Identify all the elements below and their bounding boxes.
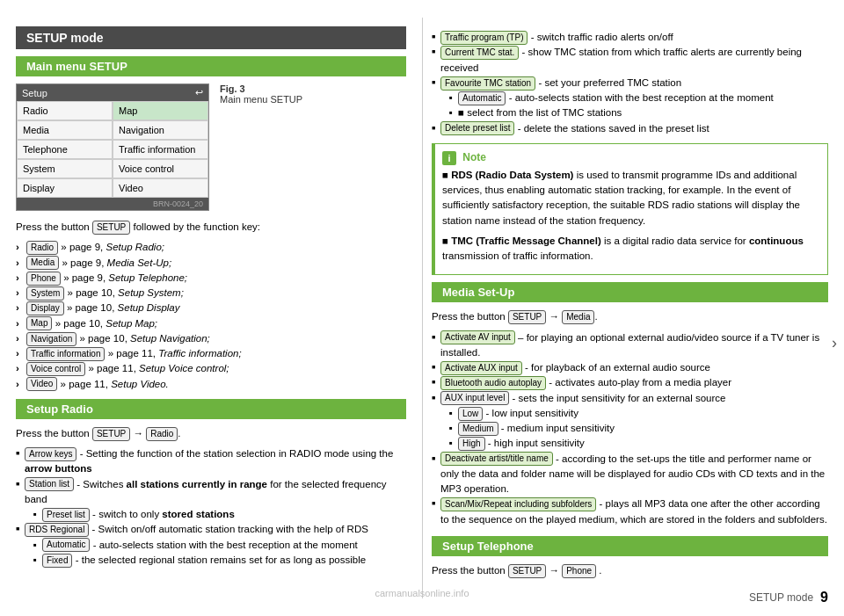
list-item: Current TMC stat. - show TMC station fro…: [432, 45, 828, 76]
navigation-btn[interactable]: Navigation: [26, 332, 76, 346]
display-btn[interactable]: Display: [26, 301, 64, 315]
list-item: Radio » page 9, Setup Radio;: [16, 240, 406, 255]
media-btn[interactable]: Media: [26, 256, 59, 270]
setup-menu-footer: BRN-0024_20: [17, 198, 208, 210]
sub-list: Automatic - auto-selects station with th…: [449, 91, 828, 121]
medium-btn[interactable]: Medium: [458, 422, 498, 436]
rds-regional-btn[interactable]: RDS Regional: [25, 523, 89, 537]
list-item: Video » page 11, Setup Video.: [16, 377, 406, 392]
setup-menu-label: Setup: [22, 88, 47, 98]
menu-cell-display[interactable]: Display: [17, 178, 113, 198]
setup-menu-back[interactable]: ↩: [195, 87, 203, 98]
station-list-btn[interactable]: Station list: [25, 477, 74, 491]
list-item: Fixed - the selected regional station re…: [33, 553, 406, 568]
main-menu-header: Main menu SETUP: [16, 56, 406, 76]
arrow-keys-btn[interactable]: Arrow keys: [25, 447, 76, 461]
setup-radio-press: Press the button SETUP → Radio.: [16, 426, 406, 441]
list-item: Display » page 10, Setup Display: [16, 301, 406, 315]
preset-list-btn[interactable]: Preset list: [42, 508, 90, 522]
list-item: Phone » page 9, Setup Telephone;: [16, 271, 406, 286]
fixed-btn[interactable]: Fixed: [42, 554, 72, 568]
sub-list: Preset list - switch to only stored stat…: [33, 507, 406, 522]
delete-preset-btn[interactable]: Delete preset list: [440, 121, 514, 135]
video-btn[interactable]: Video: [26, 377, 57, 391]
activate-aux-btn[interactable]: Activate AUX input: [440, 361, 522, 375]
phone-btn[interactable]: Phone: [26, 272, 61, 286]
menu-cell-media[interactable]: Media: [17, 120, 113, 140]
page-number: 9: [820, 590, 828, 605]
list-item: Low - low input sensitivity: [449, 406, 828, 421]
list-item: Station list - Switches all stations cur…: [16, 477, 406, 523]
menu-cell-radio[interactable]: Radio: [17, 101, 113, 120]
main-section-header: SETUP mode: [16, 26, 406, 49]
note-icon: i: [442, 151, 456, 165]
note-title: i Note: [442, 149, 820, 165]
media-bullet-list: Activate AV input – for playing an optio…: [432, 330, 828, 527]
activate-av-btn[interactable]: Activate AV input: [440, 330, 515, 344]
traffic-info-btn[interactable]: Traffic information: [26, 347, 105, 361]
menu-cell-map[interactable]: Map: [113, 101, 208, 120]
note-rds: ■ RDS (Radio Data System) is used to tra…: [442, 168, 820, 228]
telephone-setup-btn[interactable]: SETUP: [508, 564, 546, 578]
list-item: Arrow keys - Setting the function of the…: [16, 446, 406, 477]
setup-menu-box: Setup ↩ Radio Map Media Navigation Telep…: [16, 83, 209, 211]
bluetooth-autoplay-btn[interactable]: Bluetooth audio autoplay: [440, 376, 546, 390]
media-setup-header: Media Set-Up: [432, 282, 828, 302]
menu-cell-traffic[interactable]: Traffic information: [113, 140, 208, 159]
list-item: AUX input level - sets the input sensiti…: [432, 391, 828, 452]
automatic-btn2[interactable]: Automatic: [458, 91, 506, 105]
radio-btn[interactable]: Radio: [26, 241, 58, 255]
current-tmc-btn[interactable]: Current TMC stat.: [440, 46, 519, 60]
menu-cell-video[interactable]: Video: [113, 178, 208, 198]
radio-btn2[interactable]: Radio: [146, 427, 178, 441]
setup-telephone-header: Setup Telephone: [432, 536, 828, 556]
system-btn[interactable]: System: [26, 286, 64, 301]
menu-cell-voice[interactable]: Voice control: [113, 159, 208, 178]
list-item: ■ select from the list of TMC stations: [449, 105, 828, 120]
deactivate-artist-btn[interactable]: Deactivate artist/title name: [440, 452, 553, 466]
list-item: Favourite TMC station - set your preferr…: [432, 76, 828, 121]
high-btn[interactable]: High: [458, 437, 485, 451]
list-item: Traffic information » page 11, Traffic i…: [16, 346, 406, 361]
list-item: Preset list - switch to only stored stat…: [33, 507, 406, 522]
fav-tmc-btn[interactable]: Favourite TMC station: [440, 76, 535, 91]
list-item: Delete preset list - delete the stations…: [432, 121, 828, 136]
aux-input-level-btn[interactable]: AUX input level: [440, 391, 509, 405]
watermark: carmanualsonline.info: [375, 588, 469, 598]
left-column: SETUP mode Main menu SETUP Setup ↩ Radio…: [0, 18, 422, 598]
telephone-phone-btn[interactable]: Phone: [562, 564, 596, 578]
scan-mix-btn[interactable]: Scan/Mix/Repeat including subfolders: [440, 497, 596, 511]
traffic-program-btn[interactable]: Traffic program (TP): [440, 31, 528, 45]
right-arrow: ›: [832, 334, 837, 352]
note-tmc: ■ TMC (Traffic Message Channel) is a dig…: [442, 234, 820, 265]
telephone-press-text: Press the button SETUP → Phone .: [432, 563, 828, 578]
setup-btn[interactable]: SETUP: [92, 427, 130, 441]
media-setup-btn[interactable]: SETUP: [508, 310, 546, 324]
setup-button[interactable]: SETUP: [92, 221, 130, 235]
list-item: Bluetooth audio autoplay - activates aut…: [432, 375, 828, 390]
low-btn[interactable]: Low: [458, 407, 483, 421]
menu-cell-navigation[interactable]: Navigation: [113, 120, 208, 140]
setup-menu-title: Setup ↩: [17, 84, 208, 101]
voice-control-btn[interactable]: Voice control: [26, 362, 85, 376]
menu-cell-system[interactable]: System: [17, 159, 113, 178]
page-footer: SETUP mode 9: [749, 590, 828, 605]
setup-menu-container: Setup ↩ Radio Map Media Navigation Telep…: [16, 83, 406, 211]
automatic-btn[interactable]: Automatic: [42, 538, 90, 552]
map-btn[interactable]: Map: [26, 316, 52, 330]
top-bullet-list: Traffic program (TP) - switch traffic ra…: [432, 30, 828, 136]
menu-cell-telephone[interactable]: Telephone: [17, 140, 113, 159]
list-item: Traffic program (TP) - switch traffic ra…: [432, 30, 828, 45]
press-setup-text: Press the button SETUP followed by the f…: [16, 220, 406, 235]
list-item: Automatic - auto-selects station with th…: [449, 91, 828, 105]
list-item: Scan/Mix/Repeat including subfolders - p…: [432, 496, 828, 527]
list-item: Medium - medium input sensitivity: [449, 421, 828, 436]
media-setup-section: Media Set-Up Press the button SETUP → Me…: [432, 282, 828, 527]
page-label: SETUP mode: [749, 591, 813, 604]
list-item: RDS Regional - Switch on/off automatic s…: [16, 522, 406, 568]
media-btn2[interactable]: Media: [562, 310, 594, 324]
list-item: High - high input sensitivity: [449, 436, 828, 451]
setup-telephone-section: Setup Telephone Press the button SETUP →…: [432, 536, 828, 578]
arrow-list: Radio » page 9, Setup Radio; Media » pag…: [16, 240, 406, 392]
setup-radio-bullet-list: Arrow keys - Setting the function of the…: [16, 446, 406, 568]
